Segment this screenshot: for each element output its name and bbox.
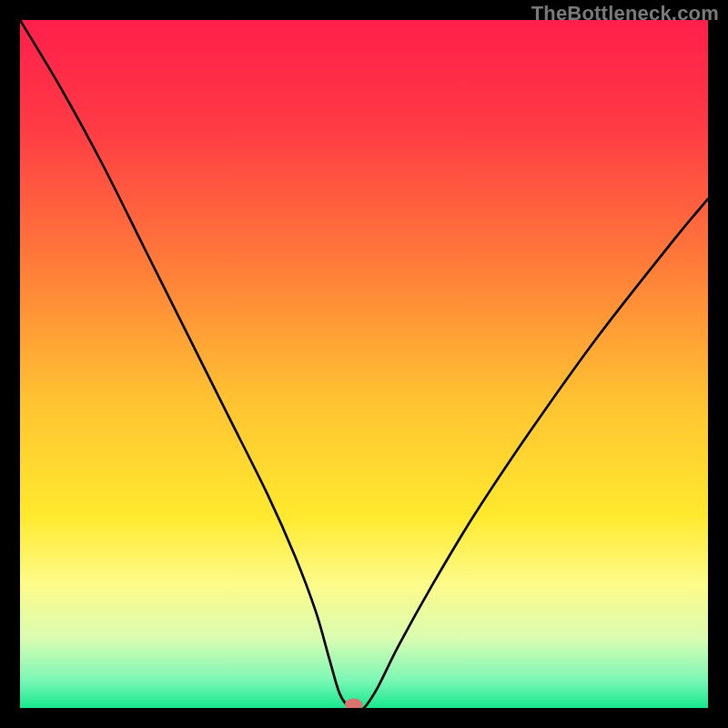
chart-frame: TheBottleneck.com	[0, 0, 728, 728]
bottleneck-chart	[20, 20, 708, 708]
plot-area	[20, 20, 708, 708]
gradient-background	[20, 20, 708, 708]
